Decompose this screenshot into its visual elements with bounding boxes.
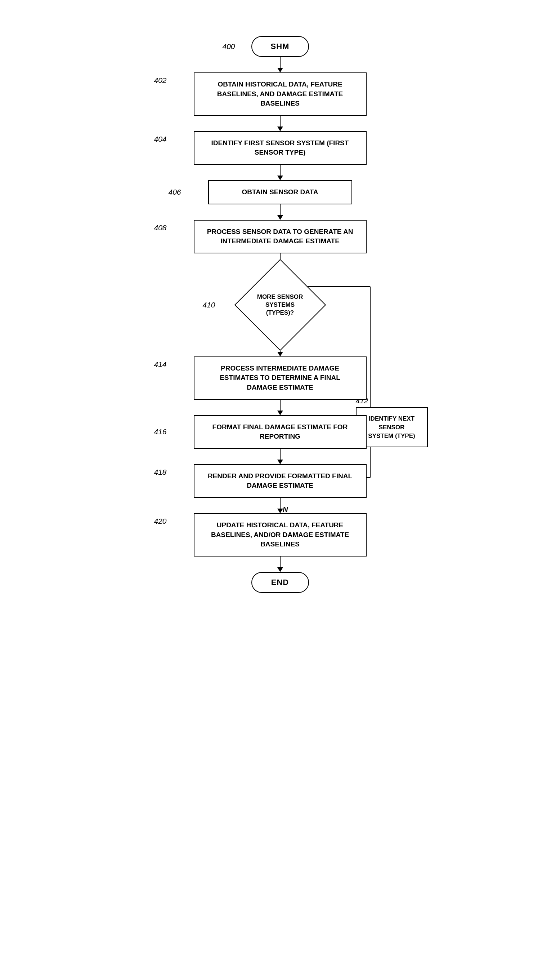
arrow-1 bbox=[280, 57, 280, 68]
arrow-7 bbox=[280, 400, 280, 410]
step-end-pill: END bbox=[251, 572, 309, 593]
step-416-container: 416 FORMAT FINAL DAMAGE ESTIMATE FOR REP… bbox=[194, 415, 367, 449]
arrow-3 bbox=[280, 165, 280, 176]
svg-text:N: N bbox=[283, 505, 288, 513]
label-404: 404 bbox=[154, 135, 167, 144]
step-406-rect: OBTAIN SENSOR DATA bbox=[208, 180, 352, 204]
step-406-container: 406 OBTAIN SENSOR DATA bbox=[208, 180, 352, 204]
step-400-pill: SHM bbox=[251, 36, 309, 57]
step-400-container: 400 SHM bbox=[251, 36, 309, 57]
step-410-text: MORE SENSOR SYSTEMS (TYPES)? bbox=[255, 293, 306, 317]
arrowhead-10 bbox=[277, 567, 283, 572]
step-412-rect: IDENTIFY NEXT SENSOR SYSTEM (TYPE) bbox=[356, 407, 428, 447]
label-418: 418 bbox=[154, 468, 167, 476]
step-418-container: 418 RENDER AND PROVIDE FORMATTED FINAL D… bbox=[194, 464, 367, 498]
label-414: 414 bbox=[154, 360, 167, 369]
label-400: 400 bbox=[222, 42, 235, 51]
arrow-10 bbox=[280, 557, 280, 567]
step-420-rect: UPDATE HISTORICAL DATA, FEATURE BASELINE… bbox=[194, 513, 367, 557]
arrowhead-7 bbox=[277, 410, 283, 415]
arrow-2 bbox=[280, 116, 280, 126]
step-402-rect: OBTAIN HISTORICAL DATA, FEATURE BASELINE… bbox=[194, 73, 367, 116]
label-420: 420 bbox=[154, 517, 167, 526]
step-414-rect: PROCESS INTERMEDIATE DAMAGE ESTIMATES TO… bbox=[194, 357, 367, 400]
step-402-container: 402 OBTAIN HISTORICAL DATA, FEATURE BASE… bbox=[194, 73, 367, 116]
label-402: 402 bbox=[154, 76, 167, 85]
step-412-container: 412 IDENTIFY NEXT SENSOR SYSTEM (TYPE) bbox=[356, 407, 428, 447]
arrow-4 bbox=[280, 204, 280, 215]
step-420-container: 420 UPDATE HISTORICAL DATA, FEATURE BASE… bbox=[194, 513, 367, 557]
label-408: 408 bbox=[154, 223, 167, 232]
step-408-container: 408 PROCESS SENSOR DATA TO GENERATE AN I… bbox=[194, 220, 367, 253]
arrowhead-6 bbox=[277, 352, 283, 357]
label-416: 416 bbox=[154, 428, 167, 436]
label-406: 406 bbox=[169, 188, 181, 197]
step-404-container: 404 IDENTIFY FIRST SENSOR SYSTEM (FIRST … bbox=[194, 131, 367, 165]
arrowhead-9 bbox=[277, 508, 283, 513]
step-404-rect: IDENTIFY FIRST SENSOR SYSTEM (FIRST SENS… bbox=[194, 131, 367, 165]
step-408-rect: PROCESS SENSOR DATA TO GENERATE AN INTER… bbox=[194, 220, 367, 253]
step-410-container: 410 MORE SENSOR SYSTEMS (TYPES)? bbox=[230, 269, 331, 341]
arrowhead-1 bbox=[277, 68, 283, 73]
arrowhead-2 bbox=[277, 126, 283, 131]
step-418-rect: RENDER AND PROVIDE FORMATTED FINAL DAMAG… bbox=[194, 464, 367, 498]
step-end-container: END bbox=[251, 572, 309, 593]
step-414-container: 414 PROCESS INTERMEDIATE DAMAGE ESTIMATE… bbox=[194, 357, 367, 400]
label-410: 410 bbox=[203, 300, 216, 309]
arrowhead-4 bbox=[277, 215, 283, 220]
arrowhead-3 bbox=[277, 176, 283, 180]
flowchart-diagram: Y N 400 SHM 402 OBTAIN HISTORICAL DATA, … bbox=[118, 15, 442, 615]
arrow-9 bbox=[280, 498, 280, 508]
arrowhead-8 bbox=[277, 460, 283, 464]
arrow-8 bbox=[280, 449, 280, 460]
step-416-rect: FORMAT FINAL DAMAGE ESTIMATE FOR REPORTI… bbox=[194, 415, 367, 449]
